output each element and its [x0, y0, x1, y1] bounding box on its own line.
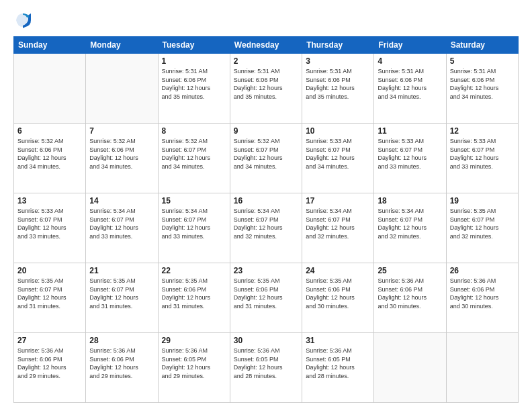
day-number: 31 [306, 336, 370, 345]
calendar-cell [14, 54, 86, 124]
calendar-week-3: 13Sunrise: 5:33 AM Sunset: 6:07 PM Dayli… [14, 193, 519, 263]
day-number: 6 [17, 126, 82, 136]
calendar-cell: 22Sunrise: 5:35 AM Sunset: 6:06 PM Dayli… [158, 263, 230, 333]
cell-info: Sunrise: 5:33 AM Sunset: 6:07 PM Dayligh… [378, 137, 442, 171]
day-number: 16 [234, 196, 298, 205]
cell-info: Sunrise: 5:36 AM Sunset: 6:06 PM Dayligh… [378, 277, 442, 310]
calendar-cell: 26Sunrise: 5:36 AM Sunset: 6:06 PM Dayli… [446, 263, 518, 333]
day-number: 10 [306, 126, 370, 136]
day-number: 13 [17, 196, 82, 205]
weekday-header-thursday: Thursday [302, 37, 374, 54]
cell-info: Sunrise: 5:31 AM Sunset: 6:06 PM Dayligh… [234, 67, 298, 101]
weekday-header-friday: Friday [374, 37, 446, 54]
cell-info: Sunrise: 5:35 AM Sunset: 6:06 PM Dayligh… [234, 277, 298, 310]
calendar-cell: 3Sunrise: 5:31 AM Sunset: 6:06 PM Daylig… [302, 54, 374, 124]
cell-info: Sunrise: 5:35 AM Sunset: 6:06 PM Dayligh… [162, 277, 226, 310]
day-number: 17 [306, 196, 370, 205]
calendar-cell: 6Sunrise: 5:32 AM Sunset: 6:06 PM Daylig… [14, 124, 86, 193]
weekday-header-sunday: Sunday [14, 37, 86, 54]
calendar-cell: 25Sunrise: 5:36 AM Sunset: 6:06 PM Dayli… [374, 263, 446, 333]
day-number: 27 [17, 336, 82, 345]
logo-icon [13, 11, 32, 30]
cell-info: Sunrise: 5:36 AM Sunset: 6:05 PM Dayligh… [234, 347, 298, 380]
calendar: SundayMondayTuesdayWednesdayThursdayFrid… [13, 36, 519, 403]
calendar-cell: 20Sunrise: 5:35 AM Sunset: 6:07 PM Dayli… [14, 263, 86, 333]
day-number: 20 [17, 266, 82, 275]
calendar-cell: 8Sunrise: 5:32 AM Sunset: 6:07 PM Daylig… [158, 124, 230, 193]
day-number: 28 [89, 336, 154, 345]
day-number: 30 [234, 336, 298, 345]
calendar-cell: 10Sunrise: 5:33 AM Sunset: 6:07 PM Dayli… [302, 124, 374, 193]
day-number: 2 [234, 56, 298, 66]
day-number: 9 [234, 126, 298, 136]
calendar-cell: 17Sunrise: 5:34 AM Sunset: 6:07 PM Dayli… [302, 193, 374, 263]
calendar-body: 1Sunrise: 5:31 AM Sunset: 6:06 PM Daylig… [14, 54, 519, 403]
weekday-header-monday: Monday [86, 37, 158, 54]
calendar-cell [374, 333, 446, 403]
calendar-cell: 5Sunrise: 5:31 AM Sunset: 6:06 PM Daylig… [446, 54, 518, 124]
calendar-cell: 1Sunrise: 5:31 AM Sunset: 6:06 PM Daylig… [158, 54, 230, 124]
logo [13, 11, 36, 30]
calendar-cell: 30Sunrise: 5:36 AM Sunset: 6:05 PM Dayli… [230, 333, 302, 403]
day-number: 1 [162, 56, 226, 66]
calendar-week-1: 1Sunrise: 5:31 AM Sunset: 6:06 PM Daylig… [14, 54, 519, 124]
cell-info: Sunrise: 5:35 AM Sunset: 6:07 PM Dayligh… [17, 277, 82, 310]
calendar-cell [446, 333, 518, 403]
cell-info: Sunrise: 5:33 AM Sunset: 6:07 PM Dayligh… [450, 137, 515, 171]
day-number: 22 [162, 266, 226, 275]
cell-info: Sunrise: 5:34 AM Sunset: 6:07 PM Dayligh… [162, 207, 226, 240]
cell-info: Sunrise: 5:36 AM Sunset: 6:05 PM Dayligh… [306, 347, 370, 380]
day-number: 26 [450, 266, 515, 275]
calendar-cell: 4Sunrise: 5:31 AM Sunset: 6:06 PM Daylig… [374, 54, 446, 124]
calendar-cell: 21Sunrise: 5:35 AM Sunset: 6:07 PM Dayli… [86, 263, 158, 333]
day-number: 11 [378, 126, 442, 136]
calendar-cell: 23Sunrise: 5:35 AM Sunset: 6:06 PM Dayli… [230, 263, 302, 333]
day-number: 29 [162, 336, 226, 345]
cell-info: Sunrise: 5:32 AM Sunset: 6:06 PM Dayligh… [17, 137, 82, 171]
day-number: 4 [378, 56, 442, 66]
day-number: 12 [450, 126, 515, 136]
cell-info: Sunrise: 5:34 AM Sunset: 6:07 PM Dayligh… [234, 207, 298, 240]
calendar-week-5: 27Sunrise: 5:36 AM Sunset: 6:06 PM Dayli… [14, 333, 519, 403]
calendar-cell: 9Sunrise: 5:32 AM Sunset: 6:07 PM Daylig… [230, 124, 302, 193]
cell-info: Sunrise: 5:34 AM Sunset: 6:07 PM Dayligh… [306, 207, 370, 240]
calendar-cell: 18Sunrise: 5:34 AM Sunset: 6:07 PM Dayli… [374, 193, 446, 263]
calendar-cell: 16Sunrise: 5:34 AM Sunset: 6:07 PM Dayli… [230, 193, 302, 263]
day-number: 7 [89, 126, 154, 136]
cell-info: Sunrise: 5:31 AM Sunset: 6:06 PM Dayligh… [306, 67, 370, 101]
calendar-cell: 7Sunrise: 5:32 AM Sunset: 6:06 PM Daylig… [86, 124, 158, 193]
day-number: 25 [378, 266, 442, 275]
day-number: 3 [306, 56, 370, 66]
calendar-cell: 12Sunrise: 5:33 AM Sunset: 6:07 PM Dayli… [446, 124, 518, 193]
cell-info: Sunrise: 5:35 AM Sunset: 6:07 PM Dayligh… [89, 277, 154, 310]
weekday-row: SundayMondayTuesdayWednesdayThursdayFrid… [14, 37, 519, 54]
cell-info: Sunrise: 5:33 AM Sunset: 6:07 PM Dayligh… [306, 137, 370, 171]
day-number: 23 [234, 266, 298, 275]
cell-info: Sunrise: 5:35 AM Sunset: 6:06 PM Dayligh… [306, 277, 370, 310]
cell-info: Sunrise: 5:31 AM Sunset: 6:06 PM Dayligh… [378, 67, 442, 101]
calendar-cell: 14Sunrise: 5:34 AM Sunset: 6:07 PM Dayli… [86, 193, 158, 263]
cell-info: Sunrise: 5:36 AM Sunset: 6:06 PM Dayligh… [17, 347, 82, 380]
calendar-cell: 28Sunrise: 5:36 AM Sunset: 6:06 PM Dayli… [86, 333, 158, 403]
weekday-header-wednesday: Wednesday [230, 37, 302, 54]
calendar-week-2: 6Sunrise: 5:32 AM Sunset: 6:06 PM Daylig… [14, 124, 519, 193]
calendar-cell: 15Sunrise: 5:34 AM Sunset: 6:07 PM Dayli… [158, 193, 230, 263]
day-number: 5 [450, 56, 515, 66]
calendar-cell: 11Sunrise: 5:33 AM Sunset: 6:07 PM Dayli… [374, 124, 446, 193]
calendar-cell: 29Sunrise: 5:36 AM Sunset: 6:05 PM Dayli… [158, 333, 230, 403]
calendar-cell: 19Sunrise: 5:35 AM Sunset: 6:07 PM Dayli… [446, 193, 518, 263]
day-number: 8 [162, 126, 226, 136]
cell-info: Sunrise: 5:34 AM Sunset: 6:07 PM Dayligh… [378, 207, 442, 240]
day-number: 14 [89, 196, 154, 205]
calendar-cell: 13Sunrise: 5:33 AM Sunset: 6:07 PM Dayli… [14, 193, 86, 263]
calendar-cell: 2Sunrise: 5:31 AM Sunset: 6:06 PM Daylig… [230, 54, 302, 124]
cell-info: Sunrise: 5:32 AM Sunset: 6:06 PM Dayligh… [89, 137, 154, 171]
calendar-cell: 31Sunrise: 5:36 AM Sunset: 6:05 PM Dayli… [302, 333, 374, 403]
weekday-header-saturday: Saturday [446, 37, 518, 54]
cell-info: Sunrise: 5:36 AM Sunset: 6:06 PM Dayligh… [450, 277, 515, 310]
calendar-cell: 24Sunrise: 5:35 AM Sunset: 6:06 PM Dayli… [302, 263, 374, 333]
day-number: 21 [89, 266, 154, 275]
cell-info: Sunrise: 5:31 AM Sunset: 6:06 PM Dayligh… [162, 67, 226, 101]
cell-info: Sunrise: 5:32 AM Sunset: 6:07 PM Dayligh… [234, 137, 298, 171]
cell-info: Sunrise: 5:31 AM Sunset: 6:06 PM Dayligh… [450, 67, 515, 101]
